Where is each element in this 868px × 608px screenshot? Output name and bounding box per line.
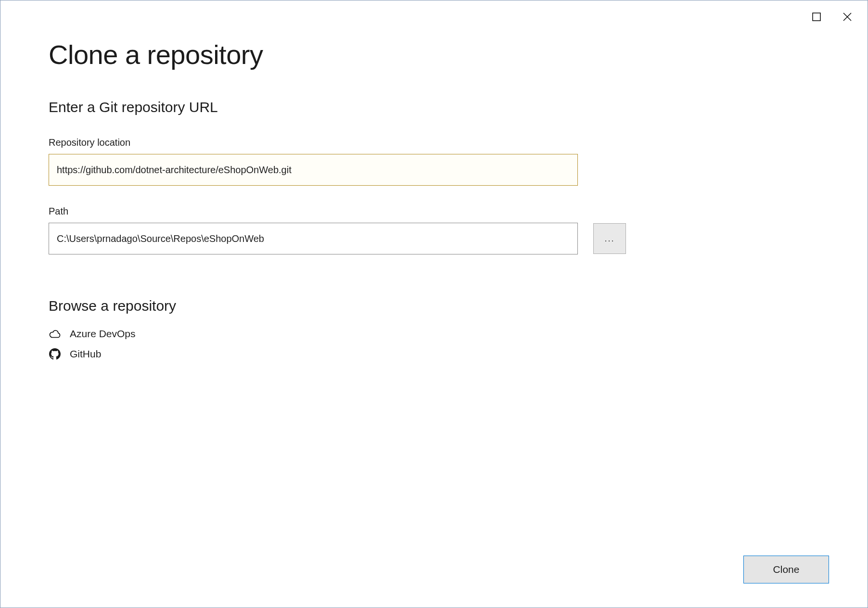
path-field-group: Path ... bbox=[49, 206, 819, 254]
browse-item-azure-devops[interactable]: Azure DevOps bbox=[49, 324, 819, 344]
repo-location-field-group: Repository location bbox=[49, 137, 819, 186]
section-browse: Browse a repository Azure DevOps GitHub bbox=[49, 298, 819, 364]
browse-item-label: GitHub bbox=[70, 348, 101, 360]
path-row: ... bbox=[49, 223, 819, 254]
browse-item-github[interactable]: GitHub bbox=[49, 344, 819, 364]
path-input[interactable] bbox=[49, 223, 578, 254]
section-browse-heading: Browse a repository bbox=[49, 298, 819, 314]
section-url-heading: Enter a Git repository URL bbox=[49, 99, 819, 115]
cloud-icon bbox=[49, 328, 61, 340]
browse-item-label: Azure DevOps bbox=[70, 328, 136, 340]
dialog-footer: Clone bbox=[743, 556, 829, 583]
clone-button[interactable]: Clone bbox=[743, 556, 829, 583]
repo-location-input[interactable] bbox=[49, 154, 578, 186]
dialog-content: Clone a repository Enter a Git repositor… bbox=[0, 0, 868, 608]
github-icon bbox=[49, 348, 61, 360]
path-label: Path bbox=[49, 206, 819, 217]
repo-location-label: Repository location bbox=[49, 137, 819, 148]
page-title: Clone a repository bbox=[49, 39, 819, 70]
browse-folder-button[interactable]: ... bbox=[593, 223, 626, 254]
